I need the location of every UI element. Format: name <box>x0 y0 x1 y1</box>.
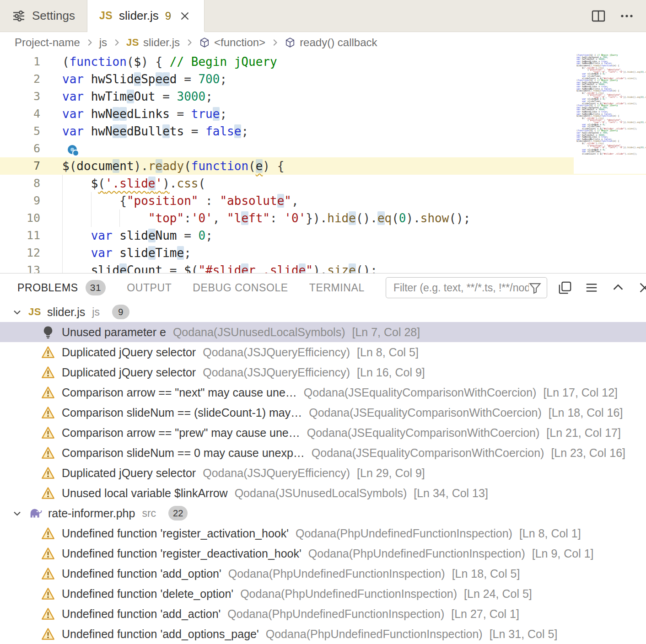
qodana-hint-icon[interactable] <box>68 145 77 154</box>
chevron-down-icon[interactable] <box>12 508 22 519</box>
problems-filter-input[interactable] <box>393 282 529 294</box>
line-number[interactable]: 4 <box>0 105 40 123</box>
close-panel-icon[interactable] <box>638 281 646 295</box>
problem-row[interactable]: Comparison arrow == "prew" may cause une… <box>0 423 646 443</box>
line-number[interactable]: 3 <box>0 88 40 105</box>
close-tab-icon[interactable] <box>178 10 192 22</box>
problem-source: Qodana(JSUnusedLocalSymbols) <box>235 487 407 500</box>
js-file-icon: JS <box>126 37 139 48</box>
file-name: rate-informer.php <box>48 507 135 520</box>
code-line[interactable]: 7 $(document).ready(function(e) { <box>0 157 646 175</box>
code-line[interactable]: 2 var hwSlideSpeed = 700; <box>0 70 646 88</box>
chevron-down-icon[interactable] <box>12 307 22 317</box>
minimap[interactable]: (function($) { // Begin jQueryvar hwSlid… <box>574 53 646 174</box>
problem-row[interactable]: Undefined function 'add_action' Qodana(P… <box>0 604 646 624</box>
breadcrumb-separator <box>184 38 194 48</box>
maximize-panel-icon[interactable] <box>611 281 625 295</box>
problem-row[interactable]: Duplicated jQuery selector Qodana(JSJQue… <box>0 362 646 382</box>
problem-location: [Ln 27, Col 1] <box>451 607 519 621</box>
problem-row[interactable]: Undefined function 'add_option' Qodana(P… <box>0 564 646 584</box>
breadcrumb: Project-namejsJSslider.js<function>ready… <box>0 32 646 53</box>
line-number[interactable]: 13 <box>0 262 40 273</box>
line-number[interactable]: 12 <box>0 244 40 262</box>
code-line[interactable]: 3 var hwTimeOut = 3000; <box>0 88 646 105</box>
panel-tab-debug-console[interactable]: DEBUG CONSOLE <box>193 280 288 295</box>
line-number[interactable]: 11 <box>0 227 40 244</box>
panel-tab-label: DEBUG CONSOLE <box>193 282 288 294</box>
split-editor-icon[interactable] <box>591 9 606 23</box>
line-number[interactable]: 1 <box>0 53 40 70</box>
code-line[interactable]: 10 "top":'0', "left": '0'}).hide().eq(0)… <box>0 209 646 227</box>
problem-row[interactable]: Unused local variable $linkArrow Qodana(… <box>0 483 646 503</box>
problem-message: Comparison arrow == "next" may cause une… <box>62 386 297 399</box>
tab-settings[interactable]: Settings <box>0 0 87 32</box>
warning-icon <box>41 526 55 540</box>
warning-icon <box>41 607 55 621</box>
breadcrumb-label: slider.js <box>143 36 180 49</box>
panel-tab-output[interactable]: OUTPUT <box>127 280 172 295</box>
line-number[interactable]: 9 <box>0 192 40 209</box>
code-line[interactable]: 11 var slideNum = 0; <box>0 227 646 244</box>
problem-source: Qodana(JSJQueryEfficiency) <box>203 467 350 480</box>
settings-icon <box>12 9 26 23</box>
line-number[interactable]: 10 <box>0 209 40 227</box>
problem-row[interactable]: Undefined function 'delete_option' Qodan… <box>0 584 646 604</box>
code-line[interactable]: 6 <box>0 140 646 157</box>
code-line[interactable]: 9 {"position" : "absolute", <box>0 192 646 209</box>
problem-row[interactable]: Comparison slideNum == (slideCount-1) ma… <box>0 402 646 423</box>
problem-row[interactable]: Duplicated jQuery selector Qodana(JSJQue… <box>0 342 646 362</box>
problem-location: [Ln 31, Col 5] <box>490 628 558 641</box>
line-number[interactable]: 7 <box>0 157 40 175</box>
code-line[interactable]: 8 $('.slide').css( <box>0 175 646 192</box>
code-line[interactable]: 4 var hwNeedLinks = true; <box>0 105 646 123</box>
problem-source: Qodana(PhpUndefinedFunctionInspection) <box>266 628 483 641</box>
line-content: var hwNeedLinks = true; <box>62 105 227 123</box>
line-number[interactable]: 5 <box>0 123 40 140</box>
problem-source: Qodana(PhpUndefinedFunctionInspection) <box>296 527 512 540</box>
file-name: slider.js <box>47 306 85 319</box>
problem-row[interactable]: Undefined function 'register_activation_… <box>0 523 646 543</box>
line-number[interactable]: 2 <box>0 70 40 88</box>
problem-message: Duplicated jQuery selector <box>62 366 196 379</box>
line-number[interactable]: 8 <box>0 175 40 192</box>
panel-tab-terminal[interactable]: TERMINAL <box>309 280 365 295</box>
problem-row[interactable]: Undefined function 'register_deactivatio… <box>0 543 646 564</box>
code-line[interactable]: 5 var hwNeedBullets = false; <box>0 123 646 140</box>
code-line[interactable]: 13 slideCount = $("#slider .slide").size… <box>0 262 646 273</box>
tab-slider-js[interactable]: JS slider.js 9 <box>87 0 205 32</box>
problem-location: [Ln 18, Col 16] <box>549 406 623 419</box>
code-line[interactable]: 1 (function($) { // Begin jQuery <box>0 53 646 70</box>
more-actions-icon[interactable] <box>619 9 634 23</box>
problem-row[interactable]: Unused parameter e Qodana(JSUnusedLocalS… <box>0 322 646 342</box>
problem-source: Qodana(JSJQueryEfficiency) <box>203 346 350 359</box>
view-as-table-icon[interactable] <box>585 281 598 295</box>
filter-icon[interactable] <box>529 282 541 294</box>
breadcrumb-item[interactable]: Project-name <box>15 36 80 49</box>
code-line[interactable]: 12 var slideTime; <box>0 244 646 262</box>
js-file-icon: JS <box>28 306 41 318</box>
problem-row[interactable]: Comparison arrow == "next" may cause une… <box>0 382 646 402</box>
breadcrumb-item[interactable]: <function> <box>199 36 265 49</box>
breadcrumb-item[interactable]: js <box>99 36 107 49</box>
problems-group-header[interactable]: JS slider.js js 9 <box>0 302 646 322</box>
problem-message: Undefined function 'delete_option' <box>62 587 233 601</box>
tab-label: Settings <box>32 9 75 23</box>
tab-bar: Settings JS slider.js 9 <box>0 0 646 32</box>
warning-icon <box>41 426 55 440</box>
warning-icon <box>41 486 55 500</box>
collapse-all-icon[interactable] <box>558 281 572 295</box>
problem-location: [Ln 9, Col 1] <box>532 547 594 560</box>
breadcrumb-item[interactable]: ready() callback <box>285 36 377 49</box>
problem-source: Qodana(PhpUndefinedFunctionInspection) <box>308 547 525 560</box>
line-number[interactable]: 6 <box>0 140 40 157</box>
problem-row[interactable]: Duplicated jQuery selector Qodana(JSJQue… <box>0 463 646 483</box>
code-editor[interactable]: 1 (function($) { // Begin jQuery 2 var h… <box>0 53 646 273</box>
problem-row[interactable]: Undefined function 'add_options_page' Qo… <box>0 624 646 644</box>
problem-source: Qodana(JSEqualityComparisonWithCoercion) <box>307 426 540 440</box>
warning-icon <box>41 567 55 580</box>
problem-row[interactable]: Comparison slideNum == 0 may cause unexp… <box>0 443 646 463</box>
warning-icon <box>41 406 55 419</box>
panel-tab-problems[interactable]: PROBLEMS 31 <box>17 280 106 295</box>
breadcrumb-item[interactable]: JSslider.js <box>126 36 180 49</box>
problems-group-header[interactable]: rate-informer.php src 22 <box>0 503 646 523</box>
